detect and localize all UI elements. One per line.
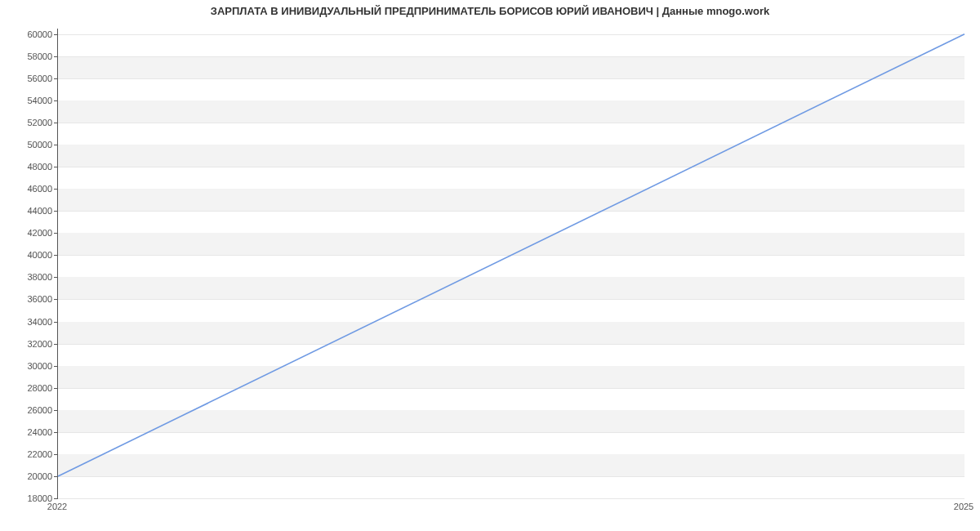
gridline xyxy=(58,498,964,499)
chart-title: ЗАРПЛАТА В ИНИВИДУАЛЬНЫЙ ПРЕДПРИНИМАТЕЛЬ… xyxy=(0,5,980,17)
y-tick-label: 28000 xyxy=(8,383,52,393)
y-tick-mark xyxy=(54,255,57,256)
y-tick-mark xyxy=(54,123,57,123)
y-tick-mark xyxy=(54,167,57,167)
y-tick-label: 44000 xyxy=(8,206,52,216)
y-tick-label: 48000 xyxy=(8,162,52,172)
y-tick-label: 42000 xyxy=(8,228,52,238)
y-tick-mark xyxy=(54,498,57,499)
y-tick-label: 56000 xyxy=(8,74,52,83)
y-tick-mark xyxy=(54,432,57,433)
y-tick-label: 60000 xyxy=(8,29,52,39)
y-tick-label: 52000 xyxy=(8,118,52,127)
y-tick-label: 20000 xyxy=(8,471,52,481)
y-tick-mark xyxy=(54,299,57,300)
y-tick-mark xyxy=(54,277,57,278)
y-tick-mark xyxy=(54,56,57,57)
y-tick-mark xyxy=(54,454,57,455)
y-tick-mark xyxy=(54,476,57,477)
y-tick-label: 30000 xyxy=(8,361,52,371)
data-line xyxy=(58,29,964,498)
y-tick-mark xyxy=(54,344,57,345)
x-tick-label: 2022 xyxy=(47,502,67,511)
y-tick-label: 36000 xyxy=(8,294,52,304)
y-tick-mark xyxy=(54,366,57,367)
y-tick-mark xyxy=(54,145,57,145)
y-tick-mark xyxy=(54,410,57,411)
y-tick-mark xyxy=(54,78,57,79)
y-tick-mark xyxy=(54,233,57,234)
y-tick-label: 26000 xyxy=(8,405,52,415)
y-tick-label: 32000 xyxy=(8,339,52,349)
plot-area xyxy=(57,29,964,499)
series-line xyxy=(58,34,964,476)
y-tick-label: 24000 xyxy=(8,427,52,437)
y-tick-label: 34000 xyxy=(8,317,52,327)
y-tick-label: 40000 xyxy=(8,250,52,260)
chart-container: ЗАРПЛАТА В ИНИВИДУАЛЬНЫЙ ПРЕДПРИНИМАТЕЛЬ… xyxy=(0,0,980,531)
y-tick-label: 18000 xyxy=(8,493,52,503)
y-tick-mark xyxy=(54,189,57,190)
y-tick-label: 54000 xyxy=(8,96,52,105)
y-tick-label: 46000 xyxy=(8,184,52,194)
y-tick-label: 22000 xyxy=(8,449,52,459)
y-tick-mark xyxy=(54,34,57,35)
y-tick-mark xyxy=(54,322,57,323)
y-tick-label: 50000 xyxy=(8,140,52,149)
y-tick-mark xyxy=(54,388,57,389)
y-tick-mark xyxy=(54,211,57,212)
x-tick-label: 2025 xyxy=(954,502,973,511)
y-tick-label: 58000 xyxy=(8,51,52,61)
y-tick-label: 38000 xyxy=(8,272,52,282)
y-tick-mark xyxy=(54,100,57,101)
